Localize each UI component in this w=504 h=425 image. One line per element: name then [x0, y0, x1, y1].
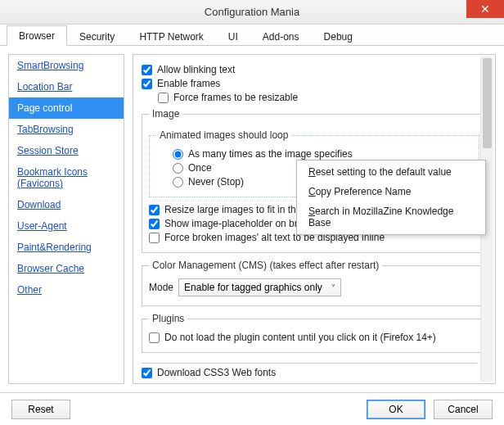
sidebar-item-page-control[interactable]: Page control [9, 97, 124, 119]
ok-button[interactable]: OK [367, 400, 425, 419]
sidebar-item-paint-rendering[interactable]: Paint&Rendering [9, 237, 124, 258]
tab-security[interactable]: Security [67, 26, 127, 46]
download-css3-label: Download CSS3 Web fonts [157, 367, 276, 378]
sidebar-item-location-bar[interactable]: Location Bar [9, 76, 124, 97]
mode-label: Mode [149, 282, 173, 293]
tab-addons[interactable]: Add-ons [250, 26, 312, 46]
plugin-click-label: Do not load the plugin content until you… [164, 332, 436, 343]
enable-frames-label: Enable frames [157, 78, 220, 89]
tab-http-network[interactable]: HTTP Network [127, 26, 215, 46]
sidebar-item-smartbrowsing[interactable]: SmartBrowsing [9, 55, 124, 76]
titlebar: Configuration Mania ✕ [0, 0, 504, 25]
sidebar-item-other[interactable]: Other [9, 279, 124, 301]
loop-once-radio[interactable] [173, 163, 183, 174]
close-button[interactable]: ✕ [466, 0, 504, 18]
image-legend: Image [149, 108, 182, 120]
loop-never-radio[interactable] [173, 177, 183, 188]
download-css3-checkbox[interactable] [142, 368, 152, 378]
allow-blinking-checkbox[interactable] [142, 65, 152, 75]
sidebar-item-tabbrowsing[interactable]: TabBrowsing [9, 119, 124, 140]
plugins-legend: Plugins [149, 313, 187, 324]
menu-copy-pref-name[interactable]: Copy Preference Name [299, 182, 484, 201]
window-title: Configuration Mania [205, 6, 299, 18]
scroll-thumb[interactable] [483, 58, 492, 148]
sidebar-item-browser-cache[interactable]: Browser Cache [9, 258, 124, 279]
tab-debug[interactable]: Debug [312, 26, 365, 46]
resize-large-checkbox[interactable] [149, 205, 160, 215]
cancel-button[interactable]: Cancel [434, 400, 493, 419]
menu-reset-setting[interactable]: Reset setting to the default value [299, 162, 484, 182]
plugin-click-checkbox[interactable] [149, 332, 160, 343]
category-sidebar: SmartBrowsing Location Bar Page control … [8, 54, 124, 384]
close-icon: ✕ [480, 3, 490, 15]
loop-never-label: Never (Stop) [188, 176, 244, 188]
show-placeholder-checkbox[interactable] [149, 219, 160, 229]
cms-mode-select[interactable]: Enable for tagged graphics only [178, 278, 341, 296]
enable-frames-checkbox[interactable] [142, 79, 152, 89]
menu-search-mozillazine[interactable]: Search in MozillaZine Knowledge Base [299, 201, 484, 233]
context-menu: Reset setting to the default value Copy … [296, 160, 486, 235]
sidebar-item-session-store[interactable]: Session Store [9, 140, 124, 161]
dialog-footer: Reset OK Cancel [0, 392, 504, 425]
tab-browser[interactable]: Browser [7, 25, 67, 46]
reset-button[interactable]: Reset [11, 400, 70, 419]
loop-spec-label: As many times as the image specifies [188, 148, 353, 160]
cms-fieldset: Color Management (CMS) (takes effect aft… [142, 260, 487, 306]
sidebar-item-bookmark-icons[interactable]: Bookmark Icons (Favicons) [9, 161, 124, 194]
plugins-fieldset: Plugins Do not load the plugin content u… [142, 313, 487, 353]
force-resizable-checkbox[interactable] [158, 93, 169, 103]
cms-mode-value: Enable for tagged graphics only [184, 282, 322, 293]
allow-blinking-label: Allow blinking text [157, 64, 235, 75]
main-tabstrip: Browser Security HTTP Network UI Add-ons… [0, 25, 504, 46]
sidebar-item-download[interactable]: Download [9, 194, 124, 215]
loop-once-label: Once [188, 162, 212, 174]
animated-loop-legend: Animated images should loop [156, 129, 291, 141]
tab-ui[interactable]: UI [216, 26, 250, 46]
force-resizable-label: Force frames to be resizable [173, 92, 298, 103]
loop-spec-radio[interactable] [173, 149, 183, 160]
cms-legend: Color Management (CMS) (takes effect aft… [149, 260, 382, 271]
sidebar-item-user-agent[interactable]: User-Agent [9, 215, 124, 237]
force-alt-checkbox[interactable] [149, 233, 160, 243]
